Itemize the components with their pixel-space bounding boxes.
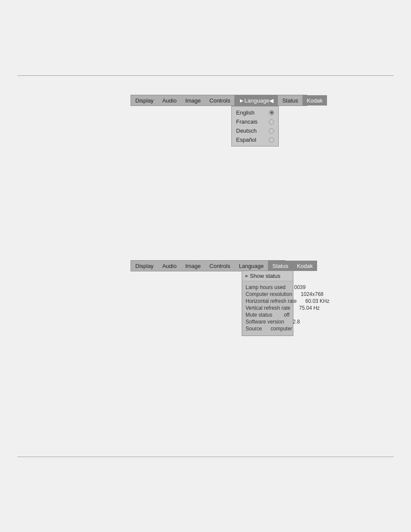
menubar-2: Display Audio Image Controls Language St… — [131, 260, 286, 271]
radio-espanol — [269, 137, 274, 143]
status-row-mute: Mute status off — [246, 311, 290, 318]
status-label-v-refresh: Vertical refresh rate — [246, 305, 290, 311]
menu-1-bar: Display Audio Image Controls ►Language◀ … — [131, 95, 307, 106]
menu2-audio[interactable]: Audio — [158, 261, 181, 271]
status-value-h-refresh: 60.03 KHz — [305, 298, 330, 304]
lang-label-english: English — [236, 109, 255, 116]
menu1-controls[interactable]: Controls — [205, 95, 234, 106]
status-row-lamp: Lamp hours used 0039 — [246, 284, 290, 291]
lang-option-espanol[interactable]: Español — [232, 135, 278, 144]
language-dropdown-panel: English Francais Deutsch Español — [231, 106, 279, 146]
menu-2-bar: Display Audio Image Controls Language St… — [131, 260, 286, 271]
status-value-resolution: 1024x768 — [301, 291, 324, 297]
status-value-v-refresh: 75.04 Hz — [299, 305, 320, 311]
status-row-h-refresh: Horizontal refresh rate 60.03 KHz — [246, 298, 290, 305]
menu2-display[interactable]: Display — [131, 261, 158, 271]
radio-francais — [269, 119, 274, 124]
status-value-mute: off — [284, 312, 290, 318]
status-label-h-refresh: Horizontal refresh rate — [246, 298, 297, 304]
status-label-lamp: Lamp hours used — [246, 284, 286, 290]
menu1-image[interactable]: Image — [181, 95, 205, 106]
status-label-source: Source — [246, 326, 262, 332]
menu1-display[interactable]: Display — [131, 95, 158, 106]
status-row-source: Source computer — [246, 325, 290, 332]
radio-english — [269, 110, 274, 115]
menu2-controls[interactable]: Controls — [205, 261, 234, 271]
menu1-status[interactable]: Status — [278, 95, 302, 106]
menubar-1: Display Audio Image Controls ►Language◀ … — [131, 95, 307, 106]
status-label-resolution: Computer resolution — [246, 291, 292, 297]
menu2-status[interactable]: Status — [268, 261, 293, 271]
lang-label-francais: Francais — [236, 118, 258, 125]
status-value-software: 2.8 — [293, 319, 300, 325]
top-divider — [17, 75, 394, 76]
radio-deutsch — [269, 128, 274, 134]
menu1-language[interactable]: ►Language◀ — [234, 95, 278, 106]
bottom-divider — [17, 457, 394, 457]
status-dropdown-panel: Show status Lamp hours used 0039 Compute… — [242, 271, 293, 336]
radio-english-dot — [270, 111, 273, 114]
status-label-software: Software version — [246, 319, 284, 325]
lang-option-deutsch[interactable]: Deutsch — [232, 126, 278, 135]
show-status-label: Show status — [250, 273, 280, 279]
status-row-v-refresh: Vertical refresh rate 75.04 Hz — [246, 305, 290, 311]
language-dropdown: English Francais Deutsch Español — [231, 106, 277, 146]
menu2-kodak[interactable]: Kodak — [293, 261, 317, 271]
lang-label-deutsch: Deutsch — [236, 128, 257, 134]
menu2-language[interactable]: Language — [234, 261, 268, 271]
lang-label-espanol: Español — [236, 137, 256, 143]
lang-option-francais[interactable]: Francais — [232, 117, 278, 126]
status-value-lamp: 0039 — [294, 284, 306, 290]
menu2-image[interactable]: Image — [181, 261, 205, 271]
status-row-software: Software version 2.8 — [246, 318, 290, 325]
menu1-audio[interactable]: Audio — [158, 95, 181, 106]
status-table: Lamp hours used 0039 Computer resolution… — [242, 281, 293, 336]
status-label-mute: Mute status — [246, 312, 272, 318]
status-dropdown: Show status Lamp hours used 0039 Compute… — [242, 271, 293, 336]
status-value-source: computer — [271, 326, 292, 332]
lang-option-english[interactable]: English — [232, 108, 278, 117]
show-status-item[interactable]: Show status — [242, 271, 293, 281]
status-row-resolution: Computer resolution 1024x768 — [246, 291, 290, 298]
menu1-kodak[interactable]: Kodak — [302, 95, 327, 106]
